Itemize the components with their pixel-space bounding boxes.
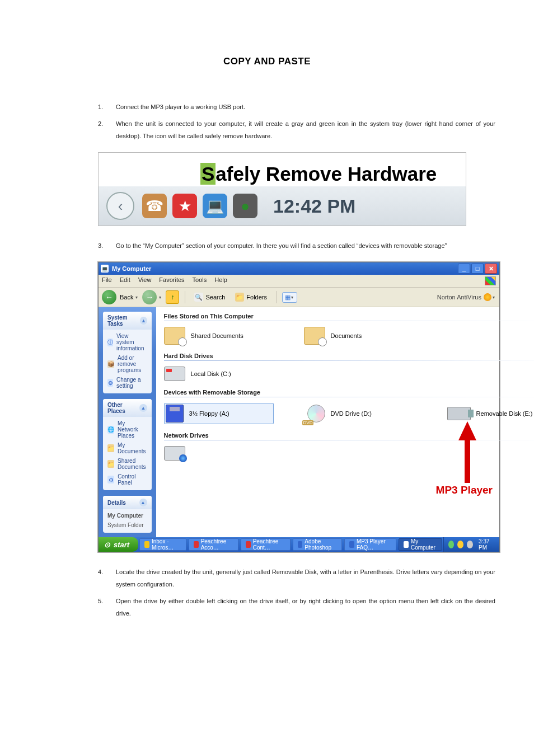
shared-folder-icon: [164, 327, 185, 345]
balloon-tooltip[interactable]: Safely Remove Hardware: [200, 163, 466, 185]
step-3: 3.Go to the “My Computer” section of you…: [98, 240, 495, 252]
menu-edit[interactable]: Edit: [120, 276, 130, 285]
network-drive-icon: [164, 446, 185, 461]
item-label: Removable Disk (E:): [476, 410, 533, 417]
folders-label: Folders: [246, 294, 267, 300]
menu-view[interactable]: View: [138, 276, 152, 285]
details-name: My Computer: [107, 513, 147, 519]
norton-toolbar[interactable]: Norton AntiVirus▾: [437, 293, 496, 301]
panel-header[interactable]: Details▲: [103, 496, 152, 509]
link-change-setting[interactable]: ⚙Change a setting: [107, 377, 147, 389]
up-button[interactable]: ↑: [166, 290, 179, 304]
forward-button[interactable]: →: [142, 290, 157, 304]
item-label: Shared Documents: [191, 332, 243, 339]
step-number: 2.: [98, 118, 116, 142]
taskbar-item-peachtree-1[interactable]: Peachtree Acco…: [189, 538, 238, 551]
panel-header[interactable]: System Tasks▲: [103, 312, 152, 330]
step-number: 4.: [98, 566, 116, 590]
taskbar-item-mp3-faq[interactable]: MP3 Player FAQ…: [344, 538, 396, 551]
maximize-button[interactable]: □: [471, 264, 484, 274]
step-number: 1.: [98, 101, 116, 113]
link-label: Add or remove programs: [118, 355, 147, 373]
link-control-panel[interactable]: ⚙Control Panel: [107, 473, 147, 486]
item-user-documents[interactable]: Documents: [304, 327, 410, 345]
chevron-up-icon: ▲: [140, 317, 147, 325]
tray-icon[interactable]: ★: [172, 194, 197, 218]
item-dvd-drive-d[interactable]: DVDDVD Drive (D:): [307, 405, 414, 422]
removable-disk-icon: [447, 407, 471, 420]
link-my-documents[interactable]: 📁My Documents: [107, 442, 147, 454]
expand-tray-button[interactable]: ‹: [106, 192, 134, 220]
globe-icon: 🌐: [107, 426, 114, 434]
tray-icon[interactable]: ☎: [142, 194, 167, 218]
window-titlebar[interactable]: 💻 My Computer _ □ ✕: [99, 262, 499, 275]
views-icon: ▦: [285, 294, 291, 301]
search-button[interactable]: 🔍Search: [191, 292, 228, 303]
item-network-drive[interactable]: [164, 446, 270, 461]
start-label: start: [114, 541, 129, 549]
step-number: 5.: [98, 595, 116, 619]
app-icon: [349, 541, 354, 548]
menu-favorites[interactable]: Favorites: [159, 276, 184, 285]
link-network-places[interactable]: 🌐My Network Places: [107, 420, 147, 439]
taskbar-item-inbox[interactable]: Inbox - Micros…: [139, 538, 186, 551]
step-text: Open the drive by either double left cli…: [116, 595, 495, 619]
instruction-list: 3.Go to the “My Computer” section of you…: [98, 240, 534, 252]
panel-other-places: Other Places▲ 🌐My Network Places 📁My Doc…: [103, 399, 152, 490]
forward-dropdown-icon[interactable]: ▾: [159, 295, 161, 300]
group-divider: [164, 440, 534, 440]
taskbar-item-my-computer[interactable]: My Computer: [399, 538, 442, 551]
link-shared-documents[interactable]: 📁Shared Documents: [107, 458, 147, 470]
windows-flag-icon: [485, 276, 496, 285]
tray-clock[interactable]: 12:42 PM: [273, 195, 355, 217]
back-dropdown-icon[interactable]: ▾: [135, 295, 138, 300]
group-files-stored: Files Stored on This Computer: [164, 313, 534, 320]
group-removable-storage: Devices with Removable Storage: [164, 389, 534, 396]
views-button[interactable]: ▦▾: [282, 292, 297, 303]
tray-icon[interactable]: [467, 541, 473, 548]
views-dropdown-icon: ▾: [291, 295, 293, 300]
tray-clock[interactable]: 3:37 PM: [479, 538, 495, 551]
taskbar: ⊙start Inbox - Micros… Peachtree Acco… P…: [99, 537, 499, 552]
item-shared-documents[interactable]: Shared Documents: [164, 327, 270, 345]
link-label: My Network Places: [118, 420, 147, 439]
tray-icon[interactable]: [457, 541, 463, 548]
folder-icon: 📁: [107, 444, 114, 452]
norton-label: Norton AntiVirus: [437, 294, 481, 300]
instruction-list: 1.Connect the MP3 player to a working US…: [98, 101, 534, 142]
item-floppy-a[interactable]: 3½ Floppy (A:): [164, 403, 274, 424]
link-add-remove-programs[interactable]: 📦Add or remove programs: [107, 355, 147, 373]
dvd-icon: DVD: [307, 405, 325, 422]
tray-icon[interactable]: 💻: [203, 194, 227, 218]
link-label: Control Panel: [118, 473, 147, 486]
task-label: Adobe Photoshop: [305, 538, 337, 551]
minimize-button[interactable]: _: [458, 264, 470, 274]
gear-icon: ⚙: [107, 379, 113, 387]
item-label: Local Disk (C:): [191, 370, 231, 377]
group-divider: [164, 360, 534, 361]
panel-header[interactable]: Other Places▲: [103, 399, 152, 417]
folders-button[interactable]: 📁Folders: [232, 292, 270, 303]
menu-file[interactable]: File: [102, 276, 112, 285]
toolbar-separator: [276, 291, 277, 303]
taskbar-item-photoshop[interactable]: Adobe Photoshop: [293, 538, 343, 551]
back-button[interactable]: ←: [102, 290, 116, 304]
menu-tools[interactable]: Tools: [193, 276, 207, 285]
taskbar-tray: 3:37 PM: [443, 537, 499, 552]
step-5: 5.Open the drive by either double left c…: [98, 595, 495, 619]
step-2: 2.When the unit is connected to your com…: [98, 118, 495, 142]
safely-remove-hardware-icon[interactable]: ●: [233, 194, 257, 218]
figure-my-computer-window: 💻 My Computer _ □ ✕ File Edit View Favor…: [98, 262, 534, 552]
close-button[interactable]: ✕: [485, 264, 497, 274]
item-removable-disk-e[interactable]: Removable Disk (E:): [447, 407, 534, 420]
item-local-disk-c[interactable]: Local Disk (C:): [164, 367, 270, 381]
instruction-list: 4.Locate the drive created by the unit, …: [98, 566, 534, 619]
menu-help[interactable]: Help: [214, 276, 227, 285]
tray-icon[interactable]: [448, 541, 455, 548]
content-pane[interactable]: Files Stored on This Computer Shared Doc…: [156, 307, 534, 537]
start-button[interactable]: ⊙start: [99, 537, 138, 552]
taskbar-item-peachtree-2[interactable]: Peachtree Cont…: [241, 538, 291, 551]
step-text: Connect the MP3 player to a working USB …: [116, 101, 495, 113]
link-view-system-info[interactable]: ⓘView system information: [107, 333, 147, 351]
box-icon: 📦: [107, 360, 114, 368]
